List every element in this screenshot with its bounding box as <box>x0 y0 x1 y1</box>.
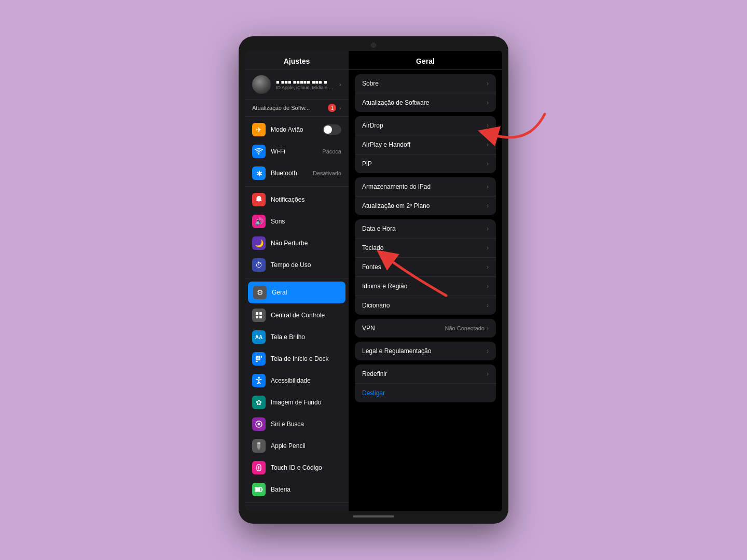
sidebar-label-tela-inicio: Tela de Início e Dock <box>271 355 341 362</box>
sidebar: Ajustes ■ ■■■ ■■■■■ ■■■·■ ID Apple, iClo… <box>245 51 349 511</box>
main-section-locale: Data e Hora › Teclado › Fontes › Idioma … <box>355 219 496 315</box>
sidebar-item-tela-brilho[interactable]: AA Tela e Brilho <box>245 326 349 348</box>
chevron-data-hora: › <box>487 225 489 232</box>
user-profile[interactable]: ■ ■■■ ■■■■■ ■■■·■ ID Apple, iCloud, Mídi… <box>245 70 349 100</box>
row-vpn[interactable]: VPN Não Conectado › <box>355 319 496 338</box>
sidebar-label-nao-perturbe: Não Perturbe <box>271 240 341 247</box>
control-center-icon <box>252 309 266 322</box>
sidebar-item-tempo-de-uso[interactable]: ⏱ Tempo de Uso <box>245 254 349 276</box>
modo-aviao-toggle[interactable] <box>323 124 341 135</box>
wifi-value: Pacoca <box>322 148 341 155</box>
sidebar-item-bateria[interactable]: Bateria <box>245 479 349 500</box>
label-atualizacao-2plano: Atualização em 2º Plano <box>362 202 487 209</box>
do-not-disturb-icon: 🌙 <box>252 236 266 250</box>
svg-rect-7 <box>256 358 258 360</box>
update-badge: 1 <box>328 104 336 112</box>
sidebar-title: Ajustes <box>245 51 349 70</box>
sidebar-label-imagem-fundo: Imagem de Fundo <box>271 399 341 406</box>
main-section-about: Sobre › Atualização de Software › <box>355 74 496 112</box>
sidebar-item-apple-pencil[interactable]: Apple Pencil <box>245 435 349 457</box>
row-dicionario[interactable]: Dicionário › <box>355 296 496 315</box>
avatar <box>252 75 271 94</box>
row-redefinir[interactable]: Redefinir › <box>355 365 496 384</box>
sidebar-item-modo-aviao[interactable]: ✈ Modo Avião <box>245 119 349 141</box>
sidebar-item-acessibilidade[interactable]: Acessibilidade <box>245 370 349 391</box>
main-title: Geral <box>349 51 502 70</box>
row-airdrop[interactable]: AirDrop › <box>355 116 496 135</box>
label-airdrop: AirDrop <box>362 122 487 129</box>
svg-rect-3 <box>259 316 262 318</box>
svg-marker-14 <box>257 449 260 450</box>
general-icon: ⚙ <box>253 286 267 299</box>
display-icon: AA <box>252 330 266 344</box>
sidebar-item-geral[interactable]: ⚙ Geral <box>248 282 345 303</box>
row-atualizacao-software[interactable]: Atualização de Software › <box>355 93 496 112</box>
home-indicator <box>353 515 394 517</box>
chevron-teclado: › <box>487 244 489 251</box>
main-section-storage: Armazenamento do iPad › Atualização em 2… <box>355 177 496 215</box>
sidebar-label-tela-brilho: Tela e Brilho <box>271 333 341 341</box>
row-sobre[interactable]: Sobre › <box>355 74 496 93</box>
battery-icon <box>252 483 266 496</box>
user-info: ■ ■■■ ■■■■■ ■■■·■ ID Apple, iCloud, Mídi… <box>276 79 334 90</box>
ipad-screen: Ajustes ■ ■■■ ■■■■■ ■■■·■ ID Apple, iClo… <box>245 51 502 511</box>
sidebar-item-sons[interactable]: 🔊 Sons <box>245 211 349 232</box>
row-desligar[interactable]: Desligar <box>355 384 496 402</box>
row-legal[interactable]: Legal e Regulamentação › <box>355 342 496 360</box>
label-data-hora: Data e Hora <box>362 225 487 232</box>
label-legal: Legal e Regulamentação <box>362 347 487 355</box>
sidebar-section-notifications: Notificações 🔊 Sons 🌙 Não Perturbe ⏱ Tem… <box>245 187 349 278</box>
chevron-airdrop: › <box>487 122 489 129</box>
sidebar-section-general: ⚙ Geral Central de Controle <box>245 278 349 503</box>
main-section-airdrop: AirDrop › AirPlay e Handoff › PiP › <box>355 116 496 173</box>
sidebar-item-nao-perturbe[interactable]: 🌙 Não Perturbe <box>245 232 349 254</box>
sidebar-label-notificacoes: Notificações <box>271 196 341 203</box>
sidebar-label-sons: Sons <box>271 218 341 225</box>
sidebar-item-notificacoes[interactable]: Notificações <box>245 189 349 211</box>
settings-container: Ajustes ■ ■■■ ■■■■■ ■■■·■ ID Apple, iClo… <box>245 51 502 511</box>
chevron-pip: › <box>487 160 489 167</box>
svg-rect-8 <box>258 358 260 360</box>
svg-rect-9 <box>256 361 258 362</box>
update-banner[interactable]: Atualização de Softw... 1 › <box>245 100 349 117</box>
siri-icon <box>252 417 266 431</box>
update-chevron: › <box>339 105 341 111</box>
sidebar-item-tela-inicio[interactable]: Tela de Início e Dock <box>245 348 349 370</box>
svg-rect-1 <box>259 312 262 315</box>
sidebar-label-touch-id: Touch ID e Código <box>271 464 341 471</box>
main-section-vpn: VPN Não Conectado › <box>355 319 496 338</box>
sidebar-item-bluetooth[interactable]: ∗ Bluetooth Desativado <box>245 162 349 184</box>
sidebar-item-touch-id[interactable]: Touch ID e Código <box>245 457 349 479</box>
ipad-camera <box>371 43 376 48</box>
row-pip[interactable]: PiP › <box>355 155 496 173</box>
row-teclado[interactable]: Teclado › <box>355 239 496 258</box>
sidebar-label-tempo-de-uso: Tempo de Uso <box>271 261 341 269</box>
row-armazenamento[interactable]: Armazenamento do iPad › <box>355 177 496 197</box>
svg-rect-5 <box>258 356 260 358</box>
chevron-dicionario: › <box>487 302 489 309</box>
bluetooth-icon: ∗ <box>252 166 266 180</box>
svg-point-10 <box>258 377 260 379</box>
svg-rect-17 <box>256 488 260 491</box>
row-idioma-regiao[interactable]: Idioma e Região › <box>355 277 496 296</box>
svg-rect-6 <box>261 356 262 358</box>
label-desligar: Desligar <box>362 389 489 397</box>
sidebar-label-bateria: Bateria <box>271 486 341 493</box>
sidebar-label-apple-pencil: Apple Pencil <box>271 442 341 450</box>
screen-time-icon: ⏱ <box>252 258 266 272</box>
label-teclado: Teclado <box>362 244 487 251</box>
row-atualizacao-2plano[interactable]: Atualização em 2º Plano › <box>355 197 496 215</box>
row-fontes[interactable]: Fontes › <box>355 258 496 277</box>
sidebar-item-wifi[interactable]: Wi-Fi Pacoca <box>245 141 349 162</box>
sidebar-item-siri[interactable]: Siri e Busca <box>245 413 349 435</box>
svg-rect-18 <box>262 488 263 491</box>
label-sobre: Sobre <box>362 80 487 87</box>
sidebar-label-geral: Geral <box>272 289 340 296</box>
label-idioma-regiao: Idioma e Região <box>362 283 487 290</box>
sidebar-item-imagem-fundo[interactable]: ✿ Imagem de Fundo <box>245 391 349 413</box>
sidebar-item-central-controle[interactable]: Central de Controle <box>245 304 349 326</box>
label-airplay: AirPlay e Handoff <box>362 141 487 148</box>
row-airplay[interactable]: AirPlay e Handoff › <box>355 135 496 155</box>
chevron-idioma-regiao: › <box>487 283 489 290</box>
row-data-hora[interactable]: Data e Hora › <box>355 219 496 239</box>
